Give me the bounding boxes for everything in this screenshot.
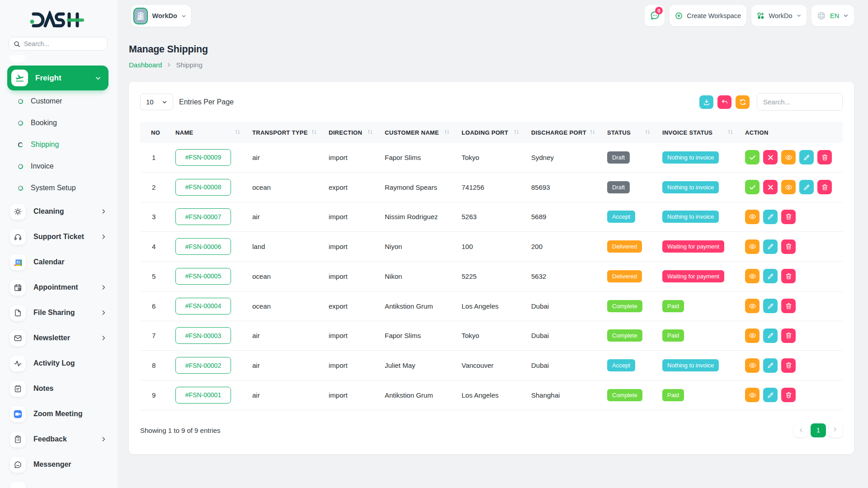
edit-button[interactable] xyxy=(763,269,778,283)
edit-button[interactable] xyxy=(763,358,778,373)
shipment-name-button[interactable]: #FSN-00001 xyxy=(175,387,231,404)
sidebar-item-notes[interactable]: Notes xyxy=(0,376,118,401)
cell-actions xyxy=(745,239,843,254)
workspace-chip[interactable]: WorkDo xyxy=(131,5,191,27)
cell-discharge-port: Dubai xyxy=(531,302,607,310)
edit-button[interactable] xyxy=(763,328,778,343)
column-header-name[interactable]: NAME xyxy=(175,129,252,136)
sidebar-item-feedback[interactable]: Feedback xyxy=(0,427,118,452)
app-logo[interactable] xyxy=(0,0,118,34)
shipment-name-button[interactable]: #FSN-00008 xyxy=(175,179,231,196)
reset-button[interactable] xyxy=(717,95,731,109)
view-button[interactable] xyxy=(745,210,760,224)
workspace-dropdown[interactable]: WorkDo xyxy=(751,5,807,26)
cell-actions xyxy=(745,358,843,373)
shipment-name-button[interactable]: #FSN-00005 xyxy=(175,268,231,285)
edit-button[interactable] xyxy=(763,239,778,254)
sidebar-item-appointment[interactable]: Appointment xyxy=(0,275,118,300)
pagination-prev-button[interactable] xyxy=(794,423,808,437)
create-workspace-label: Create Workspace xyxy=(687,12,741,19)
sidebar-subitem-booking[interactable]: Booking xyxy=(0,112,118,134)
bullet-circle-icon xyxy=(18,99,23,104)
reject-button[interactable] xyxy=(763,180,778,194)
shipment-name-button[interactable]: #FSN-00006 xyxy=(175,238,231,255)
pagination-next-button[interactable] xyxy=(829,423,843,437)
shipment-name-button[interactable]: #FSN-00009 xyxy=(175,149,231,166)
breadcrumb-dashboard-link[interactable]: Dashboard xyxy=(129,61,162,69)
edit-button[interactable] xyxy=(763,299,778,313)
edit-button[interactable] xyxy=(799,150,814,164)
cell-loading-port: 741256 xyxy=(462,183,531,191)
cell-loading-port: Los Angeles xyxy=(462,302,531,310)
view-button[interactable] xyxy=(745,299,760,313)
view-button[interactable] xyxy=(745,358,760,373)
topbar: WorkDo 0 Create Workspace xyxy=(129,0,854,32)
delete-button[interactable] xyxy=(781,328,796,343)
sidebar-subitem-system-setup[interactable]: System Setup xyxy=(0,177,118,199)
delete-button[interactable] xyxy=(781,269,796,283)
sidebar-item-cleaning[interactable]: Cleaning xyxy=(0,199,118,224)
sidebar-search-input[interactable] xyxy=(24,40,103,47)
shipment-name-button[interactable]: #FSN-00004 xyxy=(175,298,231,314)
sidebar-item-zoom-meeting[interactable]: Zoom Meeting xyxy=(0,401,118,427)
delete-button[interactable] xyxy=(781,239,796,254)
column-header-discharge-port[interactable]: DISCHARGE PORT xyxy=(531,129,607,136)
view-button[interactable] xyxy=(781,180,796,194)
view-button[interactable] xyxy=(745,388,760,402)
column-header-direction[interactable]: DIRECTION xyxy=(329,129,385,136)
sidebar-subitem-shipping[interactable]: Shipping xyxy=(0,134,118,155)
approve-button[interactable] xyxy=(745,150,760,164)
delete-button[interactable] xyxy=(781,388,796,402)
shipment-name-button[interactable]: #FSN-00003 xyxy=(175,327,231,344)
shipment-name-button[interactable]: #FSN-00002 xyxy=(175,357,231,374)
cell-status: Accept xyxy=(607,359,662,371)
sidebar-subitem-customer[interactable]: Customer xyxy=(0,90,118,112)
approve-button[interactable] xyxy=(745,180,760,194)
view-button[interactable] xyxy=(745,269,760,283)
export-button[interactable] xyxy=(699,95,713,109)
sidebar-item-messenger[interactable]: Messenger xyxy=(0,452,118,477)
delete-button[interactable] xyxy=(781,358,796,373)
view-button[interactable] xyxy=(781,150,796,164)
cell-customer-name: Nikon xyxy=(385,272,462,280)
invoice-status-badge: Nothing to invoice xyxy=(662,211,719,223)
sidebar-item-newsletter[interactable]: Newsletter xyxy=(0,325,118,351)
column-header-status[interactable]: STATUS xyxy=(607,129,662,136)
sidebar-group-freight[interactable]: Freight xyxy=(7,66,108,90)
sidebar-item-activity-log[interactable]: Activity Log xyxy=(0,351,118,376)
column-header-invoice-status[interactable]: INVOICE STATUS xyxy=(662,129,745,136)
column-header-customer-name[interactable]: CUSTOMER NAME xyxy=(385,129,462,136)
invoice-status-badge: Nothing to invoice xyxy=(662,151,719,164)
create-workspace-button[interactable]: Create Workspace xyxy=(670,5,746,26)
cell-actions xyxy=(745,299,843,313)
shipment-name-button[interactable]: #FSN-00007 xyxy=(175,208,231,225)
delete-button[interactable] xyxy=(781,210,796,224)
table-search-input[interactable] xyxy=(757,93,843,111)
column-header-loading-port[interactable]: LOADING PORT xyxy=(462,129,531,136)
delete-button[interactable] xyxy=(817,180,832,194)
cell-status: Draft xyxy=(607,151,662,164)
edit-button[interactable] xyxy=(763,210,778,224)
edit-button[interactable] xyxy=(763,388,778,402)
view-button[interactable] xyxy=(745,239,760,254)
messages-button[interactable]: 0 xyxy=(645,5,665,26)
sidebar-subitem-invoice[interactable]: Invoice xyxy=(0,155,118,177)
pagination-page-1[interactable]: 1 xyxy=(811,423,826,437)
column-header-transport-type[interactable]: TRANSPORT TYPE xyxy=(252,129,329,136)
sidebar-item-support-ticket[interactable]: Support Ticket xyxy=(0,224,118,249)
sidebar-item-calendar[interactable]: 31 Calendar xyxy=(0,249,118,275)
entries-per-page-select[interactable]: 10 xyxy=(140,94,173,110)
sort-icon xyxy=(235,129,241,136)
view-button[interactable] xyxy=(745,328,760,343)
sidebar-item-file-sharing[interactable]: File Sharing xyxy=(0,300,118,325)
cell-invoice-status: Paid xyxy=(662,329,745,342)
delete-button[interactable] xyxy=(817,150,832,164)
language-dropdown[interactable]: EN xyxy=(811,5,854,26)
refresh-button[interactable] xyxy=(736,95,750,109)
delete-button[interactable] xyxy=(781,299,796,313)
message-circle-icon xyxy=(10,457,26,473)
reject-button[interactable] xyxy=(763,150,778,164)
edit-button[interactable] xyxy=(799,180,814,194)
delete-icon xyxy=(821,154,829,161)
cell-discharge-port: Shanghai xyxy=(531,391,607,399)
